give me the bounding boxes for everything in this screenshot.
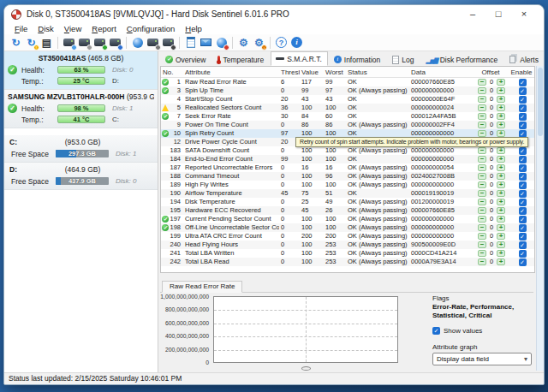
table-row[interactable]: 195Hardware ECC Recovered04526OK (Always…: [161, 206, 534, 215]
col-no[interactable]: No.: [161, 68, 183, 76]
help-icon[interactable]: ?: [274, 35, 289, 50]
enable-checkbox[interactable]: [519, 173, 527, 181]
menu-help[interactable]: Help: [180, 23, 207, 34]
offset-decrease-button[interactable]: −: [478, 190, 486, 197]
table-row[interactable]: 7Seek Error Rate308460OK000012A4FA5B−0+: [161, 112, 534, 121]
col-status[interactable]: Status: [346, 68, 409, 76]
offset-decrease-button[interactable]: −: [478, 79, 486, 86]
offset-increase-button[interactable]: +: [497, 156, 505, 163]
enable-checkbox[interactable]: [519, 233, 527, 241]
offset-increase-button[interactable]: +: [497, 233, 505, 240]
enable-checkbox[interactable]: [519, 96, 527, 104]
col-worst[interactable]: Worst: [324, 68, 346, 76]
disk-schedule-icon[interactable]: [62, 35, 76, 50]
enable-checkbox[interactable]: [519, 199, 527, 206]
enable-checkbox[interactable]: [519, 104, 527, 112]
offset-increase-button[interactable]: +: [497, 147, 505, 154]
offset-increase-button[interactable]: +: [497, 122, 505, 128]
show-values-checkbox[interactable]: [432, 327, 440, 335]
offset-increase-button[interactable]: +: [497, 79, 505, 86]
tab-alerts[interactable]: Alerts: [504, 53, 545, 66]
offset-decrease-button[interactable]: −: [478, 130, 486, 137]
enable-checkbox[interactable]: [519, 250, 527, 258]
table-row[interactable]: 197Current Pending Sector Count0100100OK…: [161, 215, 534, 223]
table-row[interactable]: 199Ultra ATA CRC Error Count0200200OK (A…: [161, 232, 534, 241]
offset-increase-button[interactable]: +: [497, 250, 505, 257]
scrollbar-thumb[interactable]: [538, 68, 543, 136]
tab-log[interactable]: Log: [387, 53, 420, 66]
refresh-icon[interactable]: ↻: [9, 35, 23, 50]
menu-disk[interactable]: Disk: [33, 23, 59, 34]
offset-decrease-button[interactable]: −: [478, 258, 486, 265]
table-row[interactable]: 5Reallocated Sectors Count36100100OK0000…: [161, 104, 534, 112]
offset-increase-button[interactable]: +: [497, 207, 505, 214]
col-value[interactable]: Value: [300, 68, 324, 76]
offset-decrease-button[interactable]: −: [478, 250, 486, 257]
report-icon[interactable]: [183, 35, 198, 50]
offset-decrease-button[interactable]: −: [478, 224, 486, 231]
enable-checkbox[interactable]: [519, 164, 527, 172]
menu-view[interactable]: View: [59, 23, 86, 34]
offset-increase-button[interactable]: +: [497, 130, 505, 137]
menu-configuration[interactable]: Configuration: [122, 23, 181, 34]
table-row[interactable]: 241Total LBA Written0100253OK (Always pa…: [161, 249, 534, 258]
table-row[interactable]: 190Airflow Temperature457551OK0000191900…: [161, 189, 534, 198]
enable-checkbox[interactable]: [519, 122, 527, 129]
enable-checkbox[interactable]: [519, 190, 527, 198]
surface-test-icon[interactable]: ▤: [39, 35, 54, 50]
disk-panel-samsung[interactable]: SAMSUNG MZVLB1T0HALR-000H (953.9 GB) ✓ H…: [4, 90, 158, 128]
enable-checkbox[interactable]: [519, 258, 527, 266]
offset-decrease-button[interactable]: −: [478, 181, 486, 188]
close-button[interactable]: ×: [511, 5, 537, 23]
offset-decrease-button[interactable]: −: [478, 156, 486, 163]
graph-tab[interactable]: Raw Read Error Rate: [162, 281, 242, 293]
offset-decrease-button[interactable]: −: [478, 173, 486, 180]
table-row[interactable]: 183SATA Downshift Count0100100OK (Always…: [161, 146, 534, 155]
offset-increase-button[interactable]: +: [497, 87, 505, 94]
tab-temperature[interactable]: Temperature: [212, 53, 270, 66]
offset-increase-button[interactable]: +: [497, 104, 505, 111]
col-attribute[interactable]: Attribute: [183, 68, 279, 76]
col-enable[interactable]: Enable: [509, 68, 534, 76]
enable-checkbox[interactable]: [519, 113, 527, 121]
offset-increase-button[interactable]: +: [497, 224, 505, 231]
network-globe-icon[interactable]: [130, 35, 145, 50]
app-icon[interactable]: [11, 9, 21, 20]
disk-connect-icon[interactable]: [146, 35, 160, 50]
enable-checkbox[interactable]: [519, 87, 527, 95]
settings-icon[interactable]: ⚙: [236, 35, 251, 50]
offset-increase-button[interactable]: +: [497, 164, 505, 171]
table-row[interactable]: 187Reported Uncorrectable Errors01616OK …: [161, 163, 534, 172]
offset-decrease-button[interactable]: −: [478, 207, 486, 214]
email-report-icon[interactable]: [199, 35, 213, 50]
tab-disk-performance[interactable]: Disk Performance: [421, 53, 504, 66]
offset-decrease-button[interactable]: −: [478, 122, 486, 128]
info-icon[interactable]: i: [289, 35, 304, 50]
vertical-scrollbar[interactable]: [536, 66, 544, 371]
table-row[interactable]: 242Total LBA Read0100253OK (Always passi…: [161, 258, 534, 266]
enable-checkbox[interactable]: [519, 181, 527, 189]
offset-decrease-button[interactable]: −: [478, 164, 486, 171]
tab-overview[interactable]: Overview: [160, 53, 211, 66]
enable-checkbox[interactable]: [519, 147, 527, 155]
enable-checkbox[interactable]: [519, 224, 527, 232]
menu-file[interactable]: File: [9, 23, 33, 34]
table-row[interactable]: 240Head Flying Hours0100253OK (Always pa…: [161, 241, 534, 249]
maximize-button[interactable]: □: [485, 5, 511, 23]
table-row[interactable]: 188Command Timeout010096OK (Always passi…: [161, 172, 534, 181]
offset-decrease-button[interactable]: −: [478, 147, 486, 154]
enable-checkbox[interactable]: [519, 79, 527, 86]
table-row[interactable]: 9Power On Time Count08686OK (Always pass…: [161, 121, 534, 129]
attribute-graph-dropdown[interactable]: Display data field ▾: [432, 353, 532, 365]
minimize-button[interactable]: –: [460, 5, 485, 23]
offset-increase-button[interactable]: +: [497, 96, 505, 103]
offset-increase-button[interactable]: +: [497, 216, 505, 223]
enable-checkbox[interactable]: [519, 216, 527, 223]
disk-eject-icon[interactable]: [161, 35, 176, 50]
tab-s-m-a-r-t[interactable]: S.M.A.R.T.: [271, 51, 328, 66]
volume-panel-d[interactable]: D: (464.9 GB) Free Space 437.9 GB Disk: …: [4, 163, 158, 190]
menu-report[interactable]: Report: [86, 23, 122, 34]
volume-panel-c[interactable]: C: (953.0 GB) Free Space 297.3 GB Disk: …: [4, 135, 158, 163]
enable-checkbox[interactable]: [519, 241, 527, 249]
table-row[interactable]: 3Spin Up Time09997OK (Always passing)000…: [161, 86, 534, 95]
